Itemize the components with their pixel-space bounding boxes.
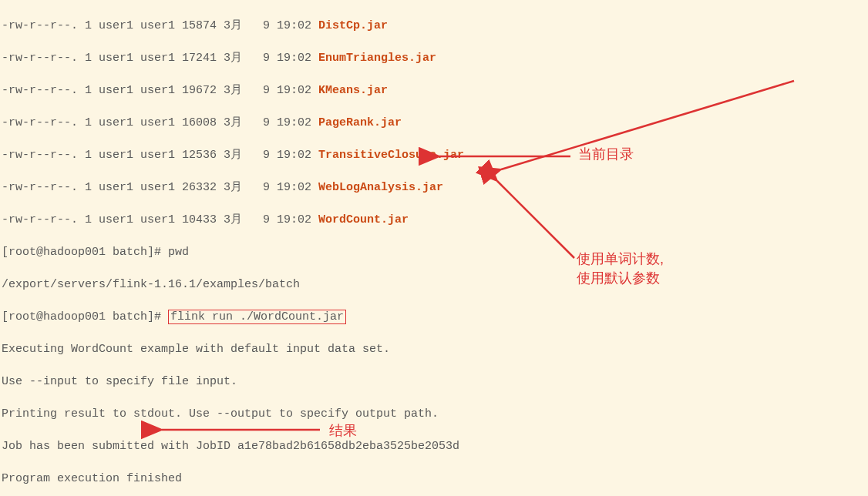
output-line: Program execution finished [2, 471, 866, 487]
shell-prompt: [root@hadoop001 batch]# [2, 310, 168, 323]
annotation-wordcount: 使用单词计数, 使用默认参数 [577, 250, 664, 288]
file-name: EnumTriangles.jar [318, 52, 436, 65]
annotation-current-dir: 当前目录 [578, 145, 634, 164]
prompt-line: [root@hadoop001 batch]# pwd [2, 244, 866, 260]
output-line: Printing result to stdout. Use --output … [2, 406, 866, 422]
output-line: Use --input to specify file input. [2, 374, 866, 390]
file-name: WebLogAnalysis.jar [318, 181, 443, 194]
output-line: Job has been submitted with JobID a1e78b… [2, 438, 866, 454]
file-row: -rw-r--r--. 1 user1 user1 17241 3月 9 19:… [2, 50, 866, 66]
file-name: WordCount.jar [318, 213, 409, 226]
file-perms: -rw-r--r--. 1 user1 user1 15874 3月 9 19:… [2, 19, 318, 32]
file-row: -rw-r--r--. 1 user1 user1 16008 3月 9 19:… [2, 115, 866, 131]
file-perms: -rw-r--r--. 1 user1 user1 10433 3月 9 19:… [2, 213, 318, 226]
file-perms: -rw-r--r--. 1 user1 user1 12536 3月 9 19:… [2, 149, 318, 162]
file-row: -rw-r--r--. 1 user1 user1 10433 3月 9 19:… [2, 212, 866, 228]
flink-command-box: flink run ./WordCount.jar [168, 310, 346, 324]
file-name: TransitiveClosure.jar [318, 149, 464, 162]
file-perms: -rw-r--r--. 1 user1 user1 17241 3月 9 19:… [2, 52, 318, 65]
pwd-output: /export/servers/flink-1.16.1/examples/ba… [2, 276, 866, 293]
file-name: PageRank.jar [318, 116, 402, 129]
file-perms: -rw-r--r--. 1 user1 user1 26332 3月 9 19:… [2, 181, 318, 194]
annotation-wordcount-line1: 使用单词计数, [577, 250, 664, 269]
file-row: -rw-r--r--. 1 user1 user1 12536 3月 9 19:… [2, 147, 866, 163]
output-line: Executing WordCount example with default… [2, 341, 866, 357]
annotation-result: 结果 [329, 421, 357, 441]
file-row: -rw-r--r--. 1 user1 user1 15874 3月 9 19:… [2, 18, 866, 34]
shell-prompt: [root@hadoop001 batch]# pwd [2, 246, 189, 259]
terminal-output: -rw-r--r--. 1 user1 user1 15874 3月 9 19:… [2, 2, 866, 496]
file-perms: -rw-r--r--. 1 user1 user1 16008 3月 9 19:… [2, 116, 318, 129]
file-name: DistCp.jar [318, 19, 388, 32]
annotation-wordcount-line2: 使用默认参数 [577, 269, 664, 288]
file-row: -rw-r--r--. 1 user1 user1 26332 3月 9 19:… [2, 179, 866, 196]
file-name: KMeans.jar [318, 84, 388, 97]
file-perms: -rw-r--r--. 1 user1 user1 19672 3月 9 19:… [2, 84, 318, 97]
file-row: -rw-r--r--. 1 user1 user1 19672 3月 9 19:… [2, 82, 866, 99]
prompt-line: [root@hadoop001 batch]# flink run ./Word… [2, 309, 866, 325]
